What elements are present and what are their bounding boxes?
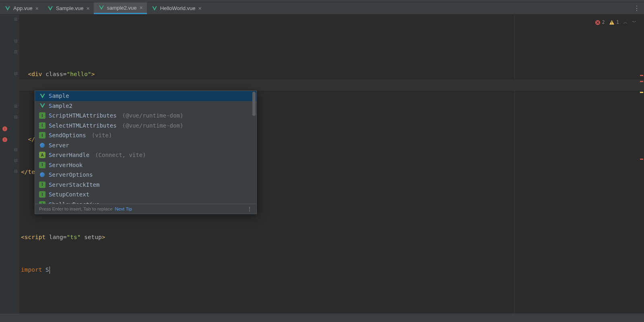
text-caret: [50, 266, 50, 274]
tab-label: Sample.vue: [56, 5, 84, 11]
error-count[interactable]: 2: [595, 17, 605, 28]
vue-icon: [39, 103, 45, 109]
chevron-down-icon[interactable]: ﹀: [632, 17, 637, 28]
completion-label: SetupContext: [49, 191, 89, 198]
interface-icon: I: [39, 122, 45, 129]
current-line-highlight: [19, 80, 644, 91]
scrollbar-thumb[interactable]: [252, 92, 256, 116]
completion-label: ServerHandle: [49, 152, 89, 158]
interface-icon: I: [39, 112, 45, 119]
completion-footer: Press Enter to insert, Tab to replace Ne…: [35, 204, 256, 214]
tabs-more-icon[interactable]: ⋮: [630, 2, 644, 14]
status-bar[interactable]: [0, 313, 644, 322]
fold-icon[interactable]: ⊟: [14, 147, 17, 152]
stripe-error[interactable]: [640, 159, 643, 160]
completion-label: SelectHTMLAttributes: [49, 122, 117, 129]
completion-label: ServerOptions: [49, 171, 93, 178]
interface-icon: I: [39, 201, 45, 204]
completion-popup[interactable]: SampleSample2IScriptHTMLAttributes(@vue/…: [35, 91, 257, 214]
fold-icon[interactable]: ⊟: [14, 169, 17, 173]
error-mark-icon[interactable]: !: [2, 126, 7, 131]
interface-icon: I: [39, 162, 45, 168]
completion-hint: (@vue/runtime-dom): [122, 112, 184, 119]
fold-icon[interactable]: ⊟: [14, 71, 17, 76]
completion-label: ScriptHTMLAttributes: [49, 112, 117, 119]
completion-item[interactable]: Sample2: [35, 101, 256, 111]
fold-icon[interactable]: ⊟: [14, 158, 17, 163]
tab-helloworld-vue[interactable]: HelloWorld.vue ×: [147, 2, 206, 14]
interface-icon: I: [39, 132, 45, 138]
stripe-error[interactable]: [640, 75, 643, 76]
completion-item[interactable]: ServerOptions: [35, 170, 256, 180]
completion-label: Server: [49, 142, 69, 149]
completion-label: ShallowReactive: [49, 201, 99, 204]
close-icon[interactable]: ×: [139, 5, 142, 10]
next-tip-link[interactable]: Next Tip: [115, 206, 132, 211]
fold-icon[interactable]: ⊟: [14, 50, 17, 54]
completion-list[interactable]: SampleSample2IScriptHTMLAttributes(@vue/…: [35, 91, 256, 204]
completion-hint: (Connect, vite): [95, 152, 146, 158]
close-icon[interactable]: ×: [198, 6, 202, 11]
completion-item[interactable]: IShallowReactive: [35, 200, 256, 204]
svg-rect-2: [611, 23, 612, 24]
inspection-widget[interactable]: 2 1 ︿ ﹀: [595, 17, 637, 28]
completion-label: Sample2: [49, 103, 72, 109]
completion-item[interactable]: Sample: [35, 91, 256, 101]
chevron-up-icon[interactable]: ︿: [623, 17, 628, 28]
completion-label: ServerStackItem: [49, 182, 99, 188]
warning-icon: [609, 20, 615, 25]
completion-label: Sample: [49, 93, 69, 99]
fold-icon[interactable]: ⊟: [14, 104, 17, 108]
completion-item[interactable]: AServerHandle(Connect, vite): [35, 150, 256, 160]
stripe-error[interactable]: [640, 81, 643, 82]
stripe-warning[interactable]: [640, 92, 643, 93]
completion-item[interactable]: ISendOptions(vite): [35, 130, 256, 140]
type-icon: [39, 142, 45, 149]
fold-icon[interactable]: ⊟: [14, 17, 17, 21]
editor-tabs: App.vue × Sample.vue × sample2.vue × Hel…: [0, 2, 644, 14]
vue-icon: [5, 6, 10, 11]
completion-item[interactable]: ISelectHTMLAttributes(@vue/runtime-dom): [35, 121, 256, 131]
close-icon[interactable]: ×: [35, 6, 39, 11]
completion-item[interactable]: ISetupContext: [35, 190, 256, 200]
interface-icon: I: [39, 191, 45, 198]
svg-rect-1: [611, 21, 612, 23]
tab-sample-vue[interactable]: Sample.vue ×: [43, 2, 94, 14]
close-icon[interactable]: ×: [87, 6, 90, 11]
completion-hint: (@vue/runtime-dom): [122, 122, 184, 129]
alias-icon: A: [39, 152, 45, 158]
gutter[interactable]: ⊟ ⊟ ⊟ ⊟ ⊟ ⊟ ! ! ⊟ ⊟ ⊟: [0, 14, 19, 313]
tab-label: App.vue: [13, 5, 33, 11]
completion-item[interactable]: IServerStackItem: [35, 180, 256, 190]
vue-icon: [152, 6, 157, 11]
completion-item[interactable]: IScriptHTMLAttributes(@vue/runtime-dom): [35, 111, 256, 121]
vue-icon: [39, 93, 45, 99]
type-icon: [39, 171, 45, 178]
completion-hint: (vite): [92, 132, 112, 138]
completion-label: ServerHook: [49, 162, 83, 168]
tab-sample2-vue[interactable]: sample2.vue ×: [94, 2, 147, 14]
error-icon: [595, 20, 601, 25]
warning-count[interactable]: 1: [609, 17, 619, 28]
more-icon[interactable]: ⋮: [247, 206, 252, 212]
completion-item[interactable]: Server: [35, 140, 256, 151]
fold-icon[interactable]: ⊟: [14, 39, 17, 43]
vue-icon: [47, 6, 53, 11]
tab-app-vue[interactable]: App.vue ×: [0, 2, 43, 14]
completion-item[interactable]: IServerHook: [35, 160, 256, 170]
fold-icon[interactable]: ⊟: [14, 115, 17, 119]
interface-icon: I: [39, 182, 45, 188]
tab-label: sample2.vue: [107, 5, 137, 11]
footer-hint: Press Enter to insert, Tab to replace: [39, 206, 113, 211]
vue-icon: [99, 5, 104, 10]
completion-label: SendOptions: [49, 132, 86, 138]
error-mark-icon[interactable]: !: [2, 137, 7, 142]
tab-label: HelloWorld.vue: [160, 5, 196, 11]
